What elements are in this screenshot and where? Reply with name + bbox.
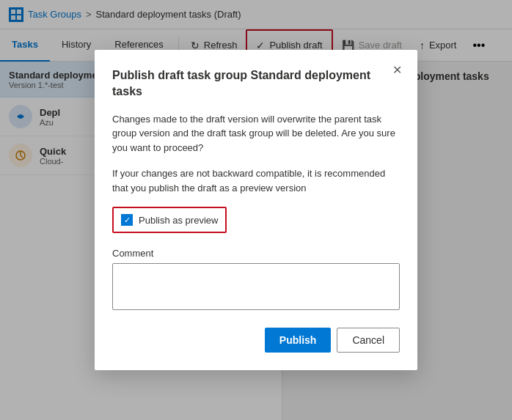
- checkbox-label: Publish as preview: [139, 215, 218, 226]
- modal-close-button[interactable]: ✕: [388, 62, 406, 79]
- publish-draft-modal: Publish draft task group Standard deploy…: [95, 50, 417, 370]
- modal-body-text: Changes made to the draft version will o…: [112, 112, 400, 155]
- modal-overlay: Publish draft task group Standard deploy…: [0, 0, 512, 420]
- checkbox-checkmark: ✓: [124, 215, 131, 225]
- cancel-button[interactable]: Cancel: [337, 328, 400, 353]
- modal-note-text: If your changes are not backward compati…: [112, 166, 400, 195]
- comment-input[interactable]: [112, 263, 400, 310]
- close-icon: ✕: [392, 63, 402, 77]
- comment-label: Comment: [112, 248, 400, 259]
- modal-title: Publish draft task group Standard deploy…: [112, 67, 400, 100]
- publish-as-preview-checkbox[interactable]: ✓: [121, 214, 133, 226]
- publish-as-preview-checkbox-row[interactable]: ✓ Publish as preview: [112, 207, 227, 233]
- modal-footer: Publish Cancel: [112, 328, 400, 353]
- publish-button[interactable]: Publish: [265, 328, 332, 353]
